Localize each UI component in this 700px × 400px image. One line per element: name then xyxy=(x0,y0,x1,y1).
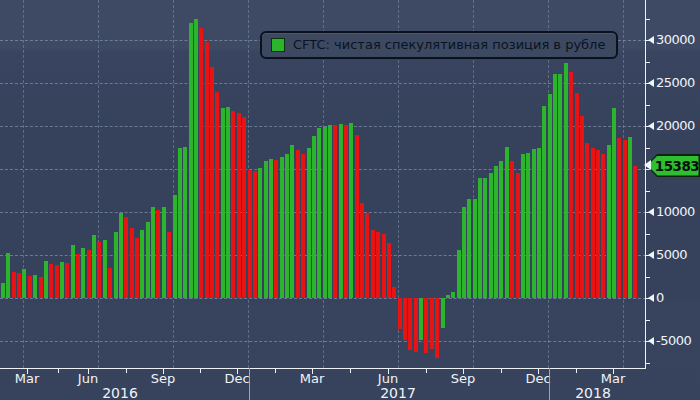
y-tick-label: 5000 xyxy=(648,248,687,262)
data-bar xyxy=(130,228,134,298)
tick-arrow-icon xyxy=(648,36,654,44)
y-tick-value: 0 xyxy=(656,291,664,305)
data-bar xyxy=(349,123,353,298)
data-bar xyxy=(124,217,128,298)
data-bar xyxy=(173,195,177,298)
y-tick-label: 30000 xyxy=(648,33,695,47)
data-bar xyxy=(92,235,96,298)
data-bar xyxy=(424,298,428,353)
data-bar xyxy=(307,148,311,298)
y-tick-value: 10000 xyxy=(656,205,695,219)
y-minor-tick xyxy=(646,105,650,106)
data-bar xyxy=(489,173,493,298)
data-bar xyxy=(355,135,359,298)
data-bar xyxy=(33,275,37,298)
data-bar xyxy=(49,264,53,298)
data-bar xyxy=(344,125,348,298)
data-bar xyxy=(205,42,209,298)
data-bar xyxy=(612,108,616,298)
data-bar xyxy=(140,230,144,298)
x-minor-tick xyxy=(576,369,577,373)
data-bar xyxy=(585,143,589,298)
data-bar xyxy=(248,170,252,298)
x-month-label: Sep xyxy=(451,371,476,386)
data-bar xyxy=(398,298,402,329)
data-bar xyxy=(419,298,423,340)
data-bar xyxy=(194,19,198,299)
data-bar xyxy=(435,298,439,358)
data-bar xyxy=(387,243,391,298)
badge-value: 15383 xyxy=(648,156,699,176)
data-bar xyxy=(510,161,514,298)
data-bar xyxy=(264,161,268,298)
data-bar xyxy=(532,149,536,298)
data-bar xyxy=(146,222,150,298)
data-bar xyxy=(114,232,118,298)
data-bar xyxy=(22,269,26,298)
data-bar xyxy=(6,253,10,298)
data-bar xyxy=(441,298,445,328)
data-bar xyxy=(607,145,611,298)
data-bar xyxy=(382,234,386,298)
y-tick-label: -5000 xyxy=(648,334,691,348)
data-bar xyxy=(558,74,562,298)
data-bar xyxy=(376,232,380,298)
data-bar xyxy=(156,210,160,298)
data-bar xyxy=(1,283,5,298)
x-month-label: Mar xyxy=(300,371,325,386)
tick-arrow-icon xyxy=(648,294,654,302)
data-bar xyxy=(317,128,321,298)
tick-arrow-icon xyxy=(648,208,654,216)
data-bar xyxy=(108,268,112,298)
x-year-label: 2016 xyxy=(102,385,138,400)
x-month-label: Dec xyxy=(525,371,550,386)
data-bar xyxy=(189,23,193,298)
data-bar xyxy=(478,178,482,298)
y-axis-line xyxy=(645,0,646,369)
data-bar xyxy=(553,74,557,298)
y-minor-tick xyxy=(646,363,650,364)
data-bar xyxy=(548,94,552,298)
x-month-label: Mar xyxy=(15,371,40,386)
chart-legend[interactable]: CFTC: чистая спекулятивная позиция в руб… xyxy=(260,31,618,59)
data-bar xyxy=(473,199,477,298)
data-bar xyxy=(591,148,595,298)
tick-arrow-icon xyxy=(648,79,654,87)
year-separator xyxy=(249,368,250,400)
x-minor-tick xyxy=(200,369,201,373)
data-bar xyxy=(301,154,305,298)
data-bar xyxy=(623,140,627,298)
x-year-label: 2017 xyxy=(380,385,416,400)
data-bar xyxy=(339,124,343,298)
tick-arrow-icon xyxy=(648,251,654,259)
data-bar xyxy=(76,254,80,298)
data-bar xyxy=(596,150,600,298)
data-bar xyxy=(296,150,300,298)
y-minor-tick xyxy=(646,234,650,235)
y-tick-value: 5000 xyxy=(656,248,687,262)
data-bar xyxy=(537,148,541,298)
data-bar xyxy=(457,250,461,298)
y-tick-value: 20000 xyxy=(656,119,695,133)
data-bar xyxy=(44,261,48,298)
y-tick-label: 20000 xyxy=(648,119,695,133)
y-minor-tick xyxy=(646,277,650,278)
data-bar xyxy=(135,238,139,298)
data-bar xyxy=(39,277,43,298)
data-bar xyxy=(12,272,16,298)
data-bar xyxy=(290,145,294,298)
data-bar xyxy=(542,106,546,298)
data-bar xyxy=(462,207,466,298)
data-bar xyxy=(446,295,450,298)
data-bar xyxy=(505,147,509,298)
data-bar xyxy=(580,116,584,298)
data-bar xyxy=(210,67,214,298)
data-bar xyxy=(71,245,75,298)
x-year-label: 2018 xyxy=(575,385,611,400)
x-minor-tick xyxy=(501,369,502,373)
chart-window: 3000025000200001000050000-5000 MarJunSep… xyxy=(0,0,700,400)
data-bar xyxy=(81,248,85,298)
data-bar xyxy=(167,232,171,298)
data-bar xyxy=(564,63,568,298)
v-gridline xyxy=(23,0,24,368)
